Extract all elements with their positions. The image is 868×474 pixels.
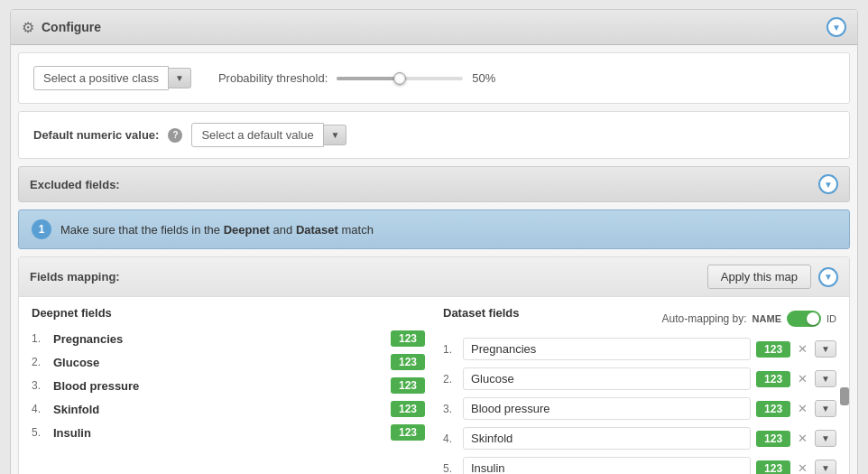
configure-title: Configure [42, 20, 101, 34]
help-icon[interactable]: ? [168, 128, 182, 143]
dataset-field-num-3: 3. [443, 403, 457, 415]
main-container: ⚙ Configure ▼ Select a positive class ▼ … [10, 9, 858, 474]
dataset-field-badge-3: 123 [756, 401, 790, 417]
dataset-field-row-4: 4. 123 ✕ ▼ [443, 427, 836, 450]
dataset-field-row-5: 5. 123 ✕ ▼ [443, 457, 836, 474]
probability-slider[interactable] [337, 71, 463, 86]
dataset-field-num-1: 1. [443, 343, 457, 356]
dataset-field-input-2[interactable] [463, 367, 751, 390]
fields-mapping-header: Fields mapping: Apply this map ▼ [19, 257, 849, 297]
deepnet-field-badge-3: 123 [391, 377, 425, 394]
deepnet-field-num-3: 3. [32, 379, 46, 392]
deepnet-column: Deepnet fields 1. Pregnancies 123 2. Glu… [32, 306, 425, 474]
deepnet-field-name-3: Blood pressure [53, 379, 383, 393]
deepnet-field-badge-2: 123 [391, 354, 425, 370]
dataset-field-clear-2[interactable]: ✕ [796, 372, 809, 386]
dataset-field-dropdown-2[interactable]: ▼ [815, 370, 836, 387]
default-value-select[interactable]: Select a default value ▼ [191, 123, 346, 147]
top-controls-row: Select a positive class ▼ Probability th… [18, 52, 850, 104]
dataset-field-clear-5[interactable]: ✕ [796, 461, 809, 474]
info-text-post: match [338, 223, 374, 237]
positive-class-arrow[interactable]: ▼ [169, 68, 191, 88]
excluded-fields-header: Excluded fields: ▼ [18, 166, 850, 202]
dataset-field-num-4: 4. [443, 432, 457, 445]
fields-mapping-collapse-button[interactable]: ▼ [818, 267, 838, 287]
default-numeric-row: Default numeric value: ? Select a defaul… [18, 111, 850, 159]
toggle-id-label: ID [826, 313, 836, 324]
deepnet-field-num-1: 1. [32, 332, 46, 345]
deepnet-column-header: Deepnet fields [32, 306, 425, 323]
dataset-field-badge-1: 123 [756, 341, 790, 358]
auto-mapping-label: Auto-mapping by: [662, 312, 747, 325]
gear-icon: ⚙ [22, 19, 34, 36]
probability-value: 50% [472, 71, 499, 85]
dataset-field-dropdown-4[interactable]: ▼ [815, 430, 836, 447]
excluded-fields-label: Excluded fields: [30, 178, 120, 191]
auto-mapping-controls: Auto-mapping by: NAME ID [662, 311, 836, 327]
probability-label: Probability threshold: [218, 71, 328, 85]
dataset-field-input-5[interactable] [463, 457, 751, 474]
apply-map-button[interactable]: Apply this map [707, 265, 811, 289]
dataset-field-clear-3[interactable]: ✕ [796, 402, 809, 415]
dataset-field-dropdown-5[interactable]: ▼ [815, 460, 836, 474]
positive-class-select[interactable]: Select a positive class ▼ [33, 66, 191, 90]
toggle-thumb [807, 312, 819, 325]
deepnet-field-num-5: 5. [32, 426, 46, 439]
deepnet-field-num-2: 2. [32, 356, 46, 368]
probability-threshold: Probability threshold: 50% [218, 71, 499, 86]
dataset-field-clear-4[interactable]: ✕ [796, 432, 809, 445]
dataset-field-input-1[interactable] [463, 338, 751, 360]
dataset-column: Dataset fields Auto-mapping by: NAME ID … [443, 306, 836, 474]
fields-mapping-label: Fields mapping: [30, 270, 120, 283]
configure-collapse-button[interactable]: ▼ [826, 17, 846, 37]
deepnet-field-row-2: 2. Glucose 123 [32, 354, 425, 370]
deepnet-field-badge-1: 123 [391, 330, 425, 347]
excluded-fields-collapse-button[interactable]: ▼ [818, 174, 838, 194]
deepnet-field-name-4: Skinfold [53, 403, 383, 416]
deepnet-field-row-5: 5. Insulin 123 [32, 424, 425, 441]
auto-mapping-toggle[interactable] [787, 311, 821, 327]
dataset-field-dropdown-3[interactable]: ▼ [815, 400, 836, 417]
dataset-field-row-1: 1. 123 ✕ ▼ [443, 338, 836, 360]
slider-fill [337, 77, 400, 80]
deepnet-field-badge-5: 123 [391, 424, 425, 441]
dataset-field-dropdown-1[interactable]: ▼ [815, 340, 836, 358]
dataset-field-input-4[interactable] [463, 427, 751, 450]
info-text: Make sure that the fields in the Deepnet… [60, 223, 374, 237]
dataset-field-row-3: 3. 123 ✕ ▼ [443, 397, 836, 420]
slider-track [337, 77, 463, 80]
dataset-field-input-3[interactable] [463, 397, 751, 420]
dataset-field-badge-4: 123 [756, 431, 790, 447]
dataset-field-clear-1[interactable]: ✕ [796, 342, 809, 356]
configure-header-left: ⚙ Configure [22, 19, 101, 36]
default-numeric-label: Default numeric value: [33, 128, 159, 142]
configure-header: ⚙ Configure ▼ [11, 10, 857, 45]
deepnet-field-name-1: Pregnancies [53, 332, 383, 346]
deepnet-field-num-4: 4. [32, 403, 46, 415]
dataset-field-num-5: 5. [443, 462, 457, 475]
default-value-arrow[interactable]: ▼ [324, 125, 346, 145]
info-text-pre: Make sure that the fields in the [60, 223, 224, 237]
deepnet-field-name-2: Glucose [53, 356, 383, 369]
dataset-field-num-2: 2. [443, 373, 457, 386]
default-value-dropdown[interactable]: Select a default value [191, 123, 324, 147]
deepnet-field-badge-4: 123 [391, 401, 425, 417]
dataset-field-row-2: 2. 123 ✕ ▼ [443, 367, 836, 390]
deepnet-field-row-4: 4. Skinfold 123 [32, 401, 425, 417]
dataset-column-header: Dataset fields [443, 306, 520, 323]
positive-class-dropdown[interactable]: Select a positive class [33, 66, 169, 90]
deepnet-field-row-1: 1. Pregnancies 123 [32, 330, 425, 347]
dataset-header-row: Dataset fields Auto-mapping by: NAME ID [443, 306, 836, 330]
dataset-word: Dataset [296, 223, 338, 237]
toggle-name-label: NAME [753, 313, 781, 324]
info-number: 1 [32, 219, 51, 239]
slider-thumb[interactable] [393, 72, 406, 85]
scroll-indicator[interactable] [840, 387, 849, 405]
deepnet-field-row-3: 3. Blood pressure 123 [32, 377, 425, 394]
info-text-mid: and [270, 223, 296, 237]
deepnet-field-name-5: Insulin [53, 426, 383, 440]
dataset-field-badge-5: 123 [756, 460, 790, 475]
fields-mapping-body: Deepnet fields 1. Pregnancies 123 2. Glu… [19, 297, 849, 474]
dataset-field-badge-2: 123 [756, 371, 790, 387]
fields-mapping-container: Fields mapping: Apply this map ▼ Deepnet… [18, 256, 850, 474]
